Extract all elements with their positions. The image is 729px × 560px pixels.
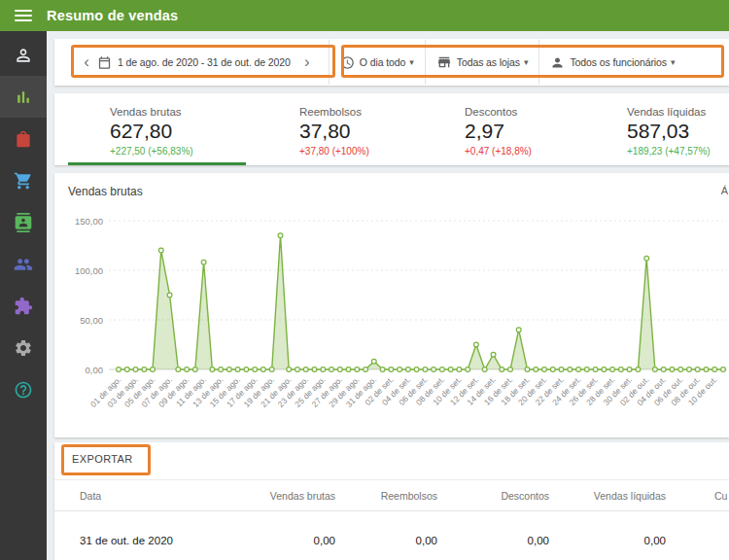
- column-header-vendas-liquidas: Vendas líquidas: [559, 480, 666, 512]
- chevron-down-icon: ▾: [524, 57, 529, 67]
- chart-title: Vendas brutas: [68, 185, 143, 198]
- metric-delta: +0,47 (+18,8%): [465, 146, 532, 157]
- cell-reembolsos: 0,00: [330, 511, 437, 560]
- sidebar-item-inventory[interactable]: [0, 159, 47, 201]
- time-filter-dropdown[interactable]: O dia todo ▾: [340, 55, 414, 70]
- metric-tab-descontos[interactable]: Descontos 2,97 +0,47 (+18,8%): [465, 93, 532, 165]
- metric-delta: +227,50 (+56,83%): [110, 146, 193, 157]
- chart-card: Vendas brutas Á 0,0050,00100,00150,0001 …: [54, 173, 729, 438]
- store-filter-dropdown[interactable]: Todas as lojas ▾: [436, 54, 529, 70]
- sidebar-item-employees[interactable]: [0, 243, 47, 285]
- column-header-data: Data: [80, 480, 101, 512]
- divider: [329, 40, 330, 85]
- metric-tab-vendas-brutas[interactable]: Vendas brutas 627,80 +227,50 (+56,83%): [110, 93, 193, 165]
- time-filter-label: O dia todo: [360, 56, 405, 68]
- metric-tab-vendas-liquidas[interactable]: Vendas líquidas 587,03 +189,23 (+47,57%): [627, 93, 711, 165]
- table-card: EXPORTAR Data Vendas brutas Reembolsos D…: [54, 442, 729, 560]
- table-header-row: Data Vendas brutas Reembolsos Descontos …: [54, 479, 729, 511]
- metric-label: Vendas líquidas: [627, 106, 711, 118]
- clock-icon: [340, 55, 355, 70]
- sidebar-item-items[interactable]: [0, 118, 47, 159]
- metric-tab-reembolsos[interactable]: Reembolsos 37,80 +37,80 (+100%): [299, 93, 369, 165]
- divider: [538, 40, 539, 85]
- employee-filter-dropdown[interactable]: Todos os funcionários ▾: [550, 55, 675, 70]
- cell-vendas-brutas: 0,00: [228, 511, 335, 560]
- date-range-label[interactable]: 1 de ago. de 2020 - 31 de out. de 2020: [118, 56, 291, 68]
- sidebar: [0, 31, 47, 560]
- prev-period-button[interactable]: ‹: [76, 52, 97, 73]
- sidebar-item-reports[interactable]: [0, 76, 47, 118]
- sidebar-item-apps[interactable]: [0, 285, 47, 327]
- shopping-cart-icon: [14, 171, 33, 191]
- help-icon: [14, 380, 33, 400]
- sidebar-item-settings[interactable]: [0, 327, 47, 368]
- employee-filter-label: Todos os funcionários: [570, 56, 666, 68]
- bar-chart-icon: [14, 88, 33, 107]
- person-icon: [14, 46, 33, 65]
- metric-value: 2,97: [465, 120, 532, 143]
- sidebar-item-help[interactable]: [0, 368, 47, 410]
- store-filter-label: Todas as lojas: [457, 56, 520, 68]
- column-header-descontos: Descontos: [442, 480, 549, 512]
- gear-icon: [14, 338, 33, 358]
- puzzle-icon: [14, 297, 33, 316]
- cell-descontos: 0,00: [442, 511, 549, 560]
- metric-value: 627,80: [110, 120, 193, 143]
- sidebar-item-customers[interactable]: [0, 201, 47, 243]
- svg-text:150,00: 150,00: [75, 216, 103, 227]
- shopping-bag-icon: [14, 129, 33, 149]
- svg-text:0,00: 0,00: [86, 365, 104, 375]
- filter-bar: ‹ 1 de ago. de 2020 - 31 de out. de 2020…: [54, 39, 729, 86]
- chevron-down-icon: ▾: [409, 57, 414, 67]
- sidebar-item-account[interactable]: [0, 34, 47, 76]
- metric-label: Descontos: [465, 106, 532, 118]
- calendar-icon: [97, 55, 112, 70]
- svg-text:50,00: 50,00: [80, 315, 103, 326]
- cell-data: 31 de out. de 2020: [80, 511, 173, 560]
- svg-text:100,00: 100,00: [75, 265, 103, 276]
- next-period-button[interactable]: ›: [296, 52, 318, 73]
- sales-line-chart: 0,0050,00100,00150,0001 de ago.03 de ago…: [54, 206, 729, 436]
- column-header-cut-off: Cu: [714, 480, 727, 512]
- cell-vendas-liquidas: 0,00: [559, 511, 666, 560]
- table-row[interactable]: 31 de out. de 2020 0,00 0,00 0,00 0,00: [54, 511, 729, 560]
- person-icon: [550, 55, 565, 70]
- metric-value: 587,03: [627, 120, 711, 143]
- menu-icon[interactable]: [15, 10, 32, 21]
- chevron-down-icon: ▾: [671, 57, 676, 67]
- export-button[interactable]: EXPORTAR: [72, 453, 133, 465]
- active-tab-indicator: [68, 162, 246, 165]
- divider: [425, 40, 426, 85]
- metrics-tabs: Vendas brutas 627,80 +227,50 (+56,83%) R…: [54, 93, 729, 165]
- main-content: ‹ 1 de ago. de 2020 - 31 de out. de 2020…: [54, 31, 729, 560]
- top-app-bar: Resumo de vendas: [0, 0, 729, 31]
- metric-delta: +37,80 (+100%): [299, 146, 369, 157]
- column-header-vendas-brutas: Vendas brutas: [228, 480, 335, 512]
- page-title: Resumo de vendas: [47, 8, 178, 23]
- metric-delta: +189,23 (+47,57%): [627, 146, 711, 157]
- column-header-reembolsos: Reembolsos: [330, 480, 437, 512]
- people-icon: [14, 255, 33, 274]
- store-icon: [436, 54, 452, 70]
- metric-label: Reembolsos: [299, 106, 369, 118]
- metric-value: 37,80: [299, 120, 369, 143]
- contact-card-icon: [14, 213, 33, 232]
- chart-type-dropdown[interactable]: Á: [721, 185, 728, 196]
- metric-label: Vendas brutas: [110, 106, 193, 118]
